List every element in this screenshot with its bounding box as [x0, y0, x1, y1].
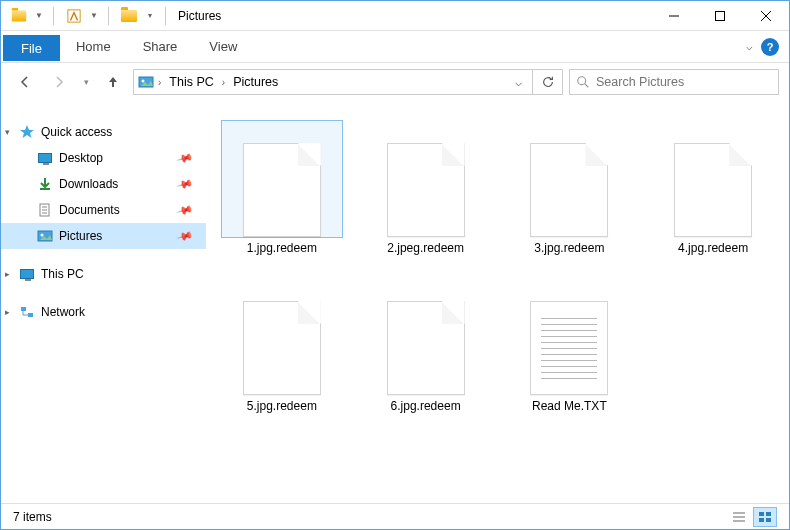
svg-line-8	[585, 84, 589, 88]
ribbon-tab-home[interactable]: Home	[60, 34, 127, 60]
ribbon-tab-view[interactable]: View	[193, 34, 253, 60]
refresh-button[interactable]	[533, 69, 563, 95]
help-icon[interactable]: ?	[761, 38, 779, 56]
svg-rect-2	[716, 11, 725, 20]
file-label: 1.jpg.redeem	[247, 241, 317, 255]
qat-dropdown-2[interactable]: ▼	[88, 4, 100, 28]
search-input[interactable]	[596, 75, 772, 89]
search-box[interactable]	[569, 69, 779, 95]
svg-point-15	[41, 234, 44, 237]
nav-forward-button[interactable]	[45, 68, 73, 96]
pin-icon: 📌	[176, 175, 195, 193]
maximize-button[interactable]	[697, 1, 743, 31]
file-grid: 1.jpg.redeem2.jpeg.redeem3.jpg.redeem4.j…	[206, 101, 789, 497]
breadcrumb-thispc[interactable]: This PC	[165, 75, 217, 89]
pin-icon: 📌	[176, 149, 195, 167]
chevron-right-icon[interactable]: ›	[222, 77, 225, 88]
desktop-icon	[37, 150, 53, 166]
file-label: 6.jpg.redeem	[391, 399, 461, 413]
ribbon: File Home Share View ⌵ ?	[1, 31, 789, 63]
text-file-icon	[530, 301, 608, 395]
pictures-icon	[37, 228, 53, 244]
titlebar: ▼ ▼ ▾ Pictures	[1, 1, 789, 31]
qat-folder-icon[interactable]	[117, 4, 141, 28]
blank-file-icon	[530, 143, 608, 237]
svg-point-6	[142, 80, 145, 83]
sidebar-item-label: Pictures	[59, 229, 102, 243]
sidebar-network[interactable]: ▸ Network	[1, 299, 206, 325]
breadcrumb[interactable]: › This PC › Pictures ⌵	[133, 69, 533, 95]
sidebar-this-pc[interactable]: ▸ This PC	[1, 261, 206, 287]
chevron-right-icon[interactable]: ›	[158, 77, 161, 88]
svg-rect-21	[759, 512, 764, 516]
file-label: 5.jpg.redeem	[247, 399, 317, 413]
sidebar-item-label: This PC	[41, 267, 84, 281]
chevron-down-icon[interactable]: ▾	[5, 127, 10, 137]
svg-rect-17	[28, 313, 33, 317]
sidebar-item-label: Quick access	[41, 125, 112, 139]
sidebar-item-desktop[interactable]: Desktop 📌	[1, 145, 206, 171]
sidebar-item-downloads[interactable]: Downloads 📌	[1, 171, 206, 197]
sidebar-item-label: Downloads	[59, 177, 118, 191]
file-item[interactable]: 1.jpg.redeem	[214, 115, 350, 265]
ribbon-tab-share[interactable]: Share	[127, 34, 194, 60]
sidebar-item-label: Documents	[59, 203, 120, 217]
svg-point-7	[578, 77, 586, 85]
ribbon-expand-icon[interactable]: ⌵	[746, 40, 753, 53]
blank-file-icon	[674, 143, 752, 237]
file-item[interactable]: 2.jpeg.redeem	[358, 115, 494, 265]
nav-back-button[interactable]	[11, 68, 39, 96]
blank-file-icon	[243, 301, 321, 395]
qat-dropdown-1[interactable]: ▼	[33, 4, 45, 28]
file-item[interactable]: 6.jpg.redeem	[358, 273, 494, 423]
close-button[interactable]	[743, 1, 789, 31]
file-label: 3.jpg.redeem	[534, 241, 604, 255]
documents-icon	[37, 202, 53, 218]
sidebar-item-documents[interactable]: Documents 📌	[1, 197, 206, 223]
downloads-icon	[37, 176, 53, 192]
view-large-icons-button[interactable]	[753, 507, 777, 527]
sidebar-item-pictures[interactable]: Pictures 📌	[1, 223, 206, 249]
blank-file-icon	[243, 143, 321, 237]
ribbon-file-tab[interactable]: File	[3, 35, 60, 61]
nav-recent-dropdown[interactable]: ▾	[79, 68, 93, 96]
chevron-right-icon[interactable]: ▸	[5, 307, 10, 317]
file-item[interactable]: 4.jpg.redeem	[645, 115, 781, 265]
svg-rect-16	[21, 307, 26, 311]
pin-icon: 📌	[176, 201, 195, 219]
svg-rect-22	[766, 512, 771, 516]
nav-up-button[interactable]	[99, 68, 127, 96]
minimize-button[interactable]	[651, 1, 697, 31]
file-label: 4.jpg.redeem	[678, 241, 748, 255]
svg-rect-24	[766, 518, 771, 522]
file-label: 2.jpeg.redeem	[387, 241, 464, 255]
file-item[interactable]: 3.jpg.redeem	[502, 115, 638, 265]
view-details-button[interactable]	[727, 507, 751, 527]
sidebar-item-label: Network	[41, 305, 85, 319]
blank-file-icon	[387, 301, 465, 395]
pictures-location-icon	[138, 74, 154, 90]
window-title: Pictures	[174, 9, 221, 23]
sidebar: ▾ Quick access Desktop 📌 Downloads 📌	[1, 101, 206, 497]
statusbar: 7 items	[1, 503, 789, 529]
qat-customize-dropdown[interactable]: ▾	[143, 4, 157, 28]
explorer-app-icon[interactable]	[7, 4, 31, 28]
file-item[interactable]: 5.jpg.redeem	[214, 273, 350, 423]
breadcrumb-dropdown[interactable]: ⌵	[508, 75, 528, 89]
sidebar-quick-access[interactable]: ▾ Quick access	[1, 119, 206, 145]
qat-properties-icon[interactable]	[62, 4, 86, 28]
search-icon	[576, 75, 590, 89]
svg-rect-23	[759, 518, 764, 522]
pin-icon: 📌	[176, 227, 195, 245]
navbar: ▾ › This PC › Pictures ⌵	[1, 63, 789, 101]
star-icon	[19, 124, 35, 140]
status-item-count: 7 items	[13, 510, 52, 524]
computer-icon	[19, 266, 35, 282]
blank-file-icon	[387, 143, 465, 237]
file-label: Read Me.TXT	[532, 399, 607, 413]
chevron-right-icon[interactable]: ▸	[5, 269, 10, 279]
sidebar-item-label: Desktop	[59, 151, 103, 165]
network-icon	[19, 304, 35, 320]
file-item[interactable]: Read Me.TXT	[502, 273, 638, 423]
breadcrumb-pictures[interactable]: Pictures	[229, 75, 282, 89]
